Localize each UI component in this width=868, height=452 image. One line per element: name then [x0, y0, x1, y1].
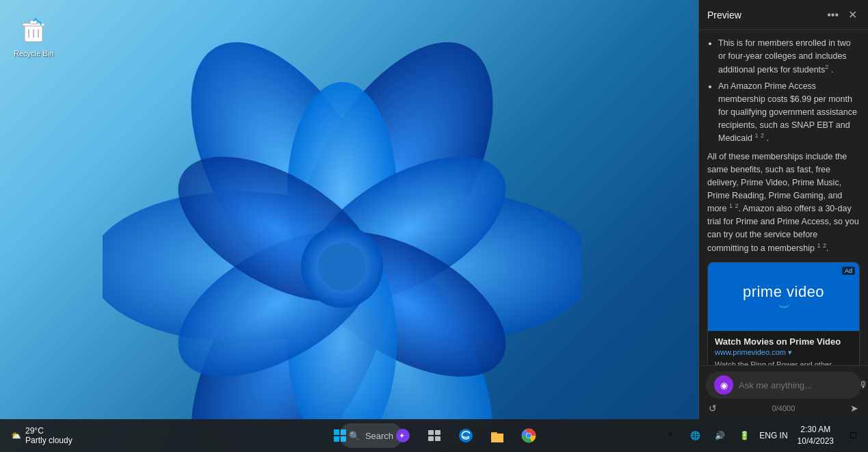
network-icon[interactable]: 🌐 [685, 426, 705, 445]
input-row: ◉ 🎙 [706, 371, 861, 399]
search-taskbar-button[interactable]: 🔍 Search [358, 422, 385, 449]
file-explorer-button[interactable] [484, 422, 511, 449]
date-display: 10/4/2023 [798, 436, 834, 447]
ad-card[interactable]: Ad prime video ⌣ Watch Movies on Prime V… [707, 262, 860, 365]
weather-info: 29°C Partly cloudy [25, 426, 73, 445]
taskbar-right: ^ 🌐 🔊 🔋 ENG IN 2:30 AM 10/4/2023 ☐ [661, 423, 863, 449]
edge-browser-button[interactable] [452, 422, 479, 449]
temperature: 29°C [25, 426, 73, 436]
ad-url: www.primevideo.com ▾ [715, 348, 852, 357]
copilot-button[interactable]: ✦ [389, 422, 417, 449]
preview-text-body: This is for members enrolled in two or f… [707, 37, 860, 255]
weather-icon: ⛅ [11, 431, 21, 440]
svg-point-37 [526, 434, 531, 438]
svg-rect-20 [334, 429, 339, 435]
ad-badge: Ad [842, 267, 855, 275]
taskbar: ⛅ 29°C Partly cloudy 🔍 Search [0, 419, 868, 452]
recycle-bin-icon[interactable]: Recycle Bin [14, 14, 53, 57]
svg-text:✦: ✦ [399, 431, 405, 440]
prime-video-logo: prime video ⌣ [743, 284, 824, 310]
svg-point-13 [318, 243, 366, 291]
bullet-item-2: An Amazon Prime Access membership costs … [718, 80, 860, 145]
taskbar-center: 🔍 Search ✦ [326, 422, 542, 449]
chevron-tray-icon[interactable]: ^ [661, 426, 680, 445]
microphone-icon[interactable]: 🎙 [859, 380, 868, 390]
weather-widget[interactable]: ⛅ 29°C Partly cloudy [5, 423, 78, 448]
notification-icon[interactable]: ☐ [843, 426, 863, 445]
preview-more-button[interactable]: ••• [824, 8, 841, 23]
prime-arrow: ⌣ [778, 300, 790, 310]
svg-rect-29 [435, 436, 440, 441]
ad-body: Watch Movies on Prime Video www.primevid… [708, 331, 859, 365]
preview-content: This is for members enrolled in two or f… [699, 30, 868, 365]
svg-rect-27 [435, 430, 440, 435]
user-avatar: ◉ [714, 375, 733, 395]
preview-panel: Preview ••• ✕ This is for members enroll… [698, 0, 868, 419]
refresh-icon[interactable]: ↺ [709, 403, 717, 414]
preview-input-area: ◉ 🎙 ↺ 0/4000 ➤ [699, 365, 868, 419]
bullet-item-1: This is for members enrolled in two or f… [718, 37, 860, 76]
wallpaper-flower [103, 27, 581, 424]
desktop: Recycle Bin Preview ••• ✕ This is for me… [0, 0, 868, 452]
preview-header-actions: ••• ✕ [824, 7, 860, 23]
ad-image: Ad prime video ⌣ [708, 263, 859, 331]
taskview-button[interactable] [421, 422, 448, 449]
input-footer: ↺ 0/4000 ➤ [706, 403, 861, 414]
svg-point-30 [459, 429, 473, 442]
svg-rect-22 [334, 436, 339, 442]
recycle-bin-image [17, 14, 50, 46]
svg-rect-26 [428, 430, 434, 435]
svg-rect-33 [491, 434, 503, 442]
preview-header: Preview ••• ✕ [699, 0, 868, 30]
time-display: 2:30 AM [800, 424, 830, 436]
preview-title: Preview [707, 10, 741, 21]
battery-icon[interactable]: 🔋 [735, 426, 754, 445]
search-icon: 🔍 [349, 431, 360, 441]
preview-paragraph: All of these memberships include the sam… [707, 150, 860, 254]
clock-widget[interactable]: 2:30 AM 10/4/2023 [793, 423, 838, 449]
weather-condition: Partly cloudy [25, 436, 73, 445]
volume-icon[interactable]: 🔊 [710, 426, 729, 445]
char-count: 0/4000 [772, 404, 795, 412]
ad-title: Watch Movies on Prime Video [715, 336, 852, 347]
recycle-bin-label: Recycle Bin [14, 49, 53, 57]
preview-close-button[interactable]: ✕ [845, 7, 860, 23]
chrome-button[interactable] [515, 422, 542, 449]
svg-rect-28 [428, 436, 434, 441]
chat-input[interactable] [739, 380, 854, 390]
language-indicator[interactable]: ENG IN [759, 431, 787, 440]
send-icon[interactable]: ➤ [850, 403, 858, 414]
ad-description: Watch the Ring of Power and other Latest… [715, 360, 852, 365]
